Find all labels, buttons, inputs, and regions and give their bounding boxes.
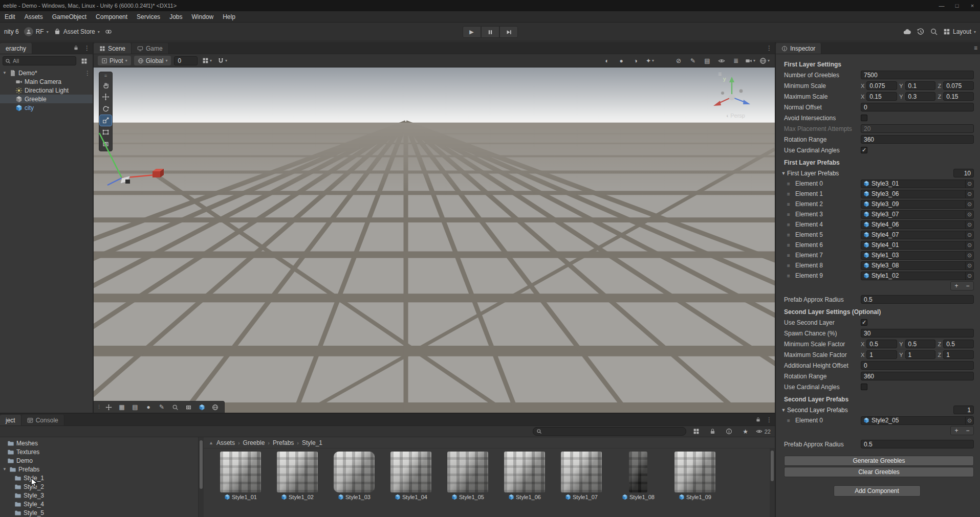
hierarchy-item-directional-light[interactable]: Directional Light <box>0 86 93 95</box>
min-scale-factor-z-field[interactable]: 0.5 <box>943 340 974 348</box>
layout-dropdown[interactable]: Layout ▾ <box>943 28 976 35</box>
close-button[interactable]: × <box>965 0 980 11</box>
skybox-toggle-icon[interactable]: ● <box>615 56 627 66</box>
drag-handle-icon[interactable]: ≡ <box>787 201 795 207</box>
grid-snap-icon[interactable]: ▦ <box>116 402 128 412</box>
global-dropdown[interactable]: Global ▾ <box>134 56 171 65</box>
asset-item[interactable]: Style1_02 <box>273 452 322 517</box>
folder-style-5[interactable]: Style_5 <box>0 508 198 517</box>
tab-game[interactable]: Game <box>132 43 169 54</box>
grid-scrollbar[interactable] <box>770 448 775 517</box>
rotate-tool-button[interactable] <box>100 103 112 114</box>
array-remove-button[interactable]: − <box>962 282 973 290</box>
folder-style-4[interactable]: Style_4 <box>0 500 198 508</box>
avoid-intersections-checkbox[interactable]: ✓ <box>861 115 867 121</box>
paint-tool-icon[interactable]: ✎ <box>687 56 699 66</box>
object-picker-icon[interactable]: ⊙ <box>965 190 973 198</box>
palette-drag-handle[interactable]: ≡ <box>104 73 107 79</box>
object-field[interactable]: Style4_07 ⊙ <box>861 231 974 239</box>
asset-item[interactable]: Style1_03 <box>330 452 379 517</box>
array-add-button[interactable]: + <box>951 426 962 435</box>
folder-style-3[interactable]: Style_3 <box>0 491 198 500</box>
use-cardinal-angles-2-checkbox[interactable]: ✓ <box>861 384 867 390</box>
object-picker-icon[interactable]: ⊙ <box>965 200 973 208</box>
drag-handle-icon[interactable]: ≡ <box>787 191 795 197</box>
cloud-icon[interactable] <box>903 28 911 36</box>
min-scale-z-field[interactable]: 0.075 <box>943 81 974 90</box>
minimize-button[interactable]: — <box>934 0 949 11</box>
breadcrumb-style-1[interactable]: Style_1 <box>302 439 322 446</box>
max-scale-z-field[interactable]: 0.15 <box>943 92 974 101</box>
object-field[interactable]: Style2_05 ⊙ <box>861 416 974 425</box>
menu-assets[interactable]: Assets <box>20 13 48 20</box>
search-by-type-icon[interactable] <box>690 426 703 437</box>
breadcrumb-greeble[interactable]: Greeble <box>243 439 265 446</box>
collapse-icon[interactable]: ▲ <box>209 440 213 445</box>
tab-scene[interactable]: Scene <box>94 43 132 54</box>
folder-style-1[interactable]: Style_1 <box>0 474 198 482</box>
menu-services[interactable]: Services <box>132 13 165 20</box>
fog-toggle-icon[interactable]: ◑ <box>629 56 642 66</box>
camera-view-dropdown[interactable]: ▾ <box>744 56 756 66</box>
vertex-snap-icon[interactable]: ▤ <box>129 402 141 412</box>
asset-store-dropdown[interactable]: Asset Store ▾ <box>54 28 100 35</box>
asset-item[interactable]: Style1_06 <box>500 452 549 517</box>
layers-icon[interactable]: ≣ <box>730 56 742 66</box>
normal-offset-field[interactable]: 0 <box>861 103 974 111</box>
visibility-toggle-icon[interactable] <box>715 56 728 66</box>
object-picker-icon[interactable]: ⊙ <box>965 272 973 280</box>
measure-tool-icon[interactable]: ▤ <box>701 56 713 66</box>
gizmos-dropdown[interactable]: ▾ <box>758 56 771 66</box>
use-cardinal-angles-checkbox[interactable]: ✓ <box>861 147 867 153</box>
object-picker-icon[interactable]: ⊙ <box>965 417 973 424</box>
move-tool-button[interactable] <box>100 92 112 102</box>
asset-item[interactable]: Style1_01 <box>216 452 265 517</box>
kebab-icon[interactable]: ⋮ <box>764 414 775 425</box>
add-component-button[interactable]: Add Component <box>834 485 921 497</box>
drag-handle-icon[interactable]: ≡ <box>787 242 795 248</box>
array-remove-button[interactable]: − <box>962 426 973 435</box>
orientation-gizmo[interactable]: y <box>706 73 757 116</box>
object-field[interactable]: Style3_09 ⊙ <box>861 200 974 209</box>
snap-magnet-dropdown[interactable]: ▾ <box>216 56 228 66</box>
hierarchy-item-greeble[interactable]: Greeble <box>0 95 93 103</box>
first-layer-prefabs-foldout[interactable]: ▼ First Layer Prefabs 10 <box>780 168 974 178</box>
project-search-input[interactable] <box>533 427 686 436</box>
foldout-icon[interactable]: ▼ <box>2 467 7 471</box>
object-picker-icon[interactable]: ⊙ <box>965 241 973 249</box>
effects-dropdown[interactable]: ✦▾ <box>644 56 656 66</box>
folder-style-2[interactable]: Style_2 <box>0 482 198 491</box>
footer-drag-handle[interactable]: ⋮ <box>97 404 101 410</box>
object-picker-icon[interactable]: ⊙ <box>965 252 973 259</box>
object-field[interactable]: Style1_02 ⊙ <box>861 272 974 280</box>
array-add-button[interactable]: + <box>951 282 962 290</box>
foldout-icon[interactable]: ▼ <box>780 171 787 176</box>
foldout-icon[interactable]: ▼ <box>2 71 7 75</box>
paint-icon[interactable]: ✎ <box>156 402 168 412</box>
projection-mode-toggle[interactable]: ‹ Persp <box>727 113 745 119</box>
breadcrumb-assets[interactable]: Assets <box>216 439 235 446</box>
max-scale-factor-x-field[interactable]: 1 <box>866 350 897 359</box>
tree-scrollbar[interactable] <box>199 437 204 517</box>
object-field[interactable]: Style3_01 ⊙ <box>861 179 974 188</box>
object-field[interactable]: Style4_01 ⊙ <box>861 241 974 250</box>
object-picker-icon[interactable]: ⊙ <box>965 262 973 269</box>
scale-tool-button[interactable] <box>100 115 112 126</box>
tab-hierarchy[interactable]: erarchy <box>0 43 32 54</box>
hierarchy-item-main-camera[interactable]: Main Camera <box>0 77 93 86</box>
prefab-icon[interactable] <box>195 402 208 412</box>
object-field[interactable]: Style3_06 ⊙ <box>861 190 974 198</box>
menu-window[interactable]: Window <box>187 13 218 20</box>
max-scale-factor-y-field[interactable]: 1 <box>905 350 936 359</box>
transform-gizmo[interactable] <box>94 129 165 200</box>
folder-demo[interactable]: Demo <box>0 456 198 465</box>
history-icon[interactable] <box>917 28 925 36</box>
sphere-gizmo-icon[interactable]: ● <box>142 402 155 412</box>
array-size-field[interactable]: 10 <box>953 169 974 177</box>
search-icon[interactable] <box>169 402 181 412</box>
grid-snap-dropdown[interactable]: ▾ <box>201 56 213 66</box>
object-picker-icon[interactable]: ⊙ <box>965 211 973 218</box>
folder-prefabs[interactable]: ▼ Prefabs <box>0 465 198 474</box>
folder-meshes[interactable]: Meshes <box>0 439 198 447</box>
view-tool-button[interactable] <box>100 80 112 91</box>
